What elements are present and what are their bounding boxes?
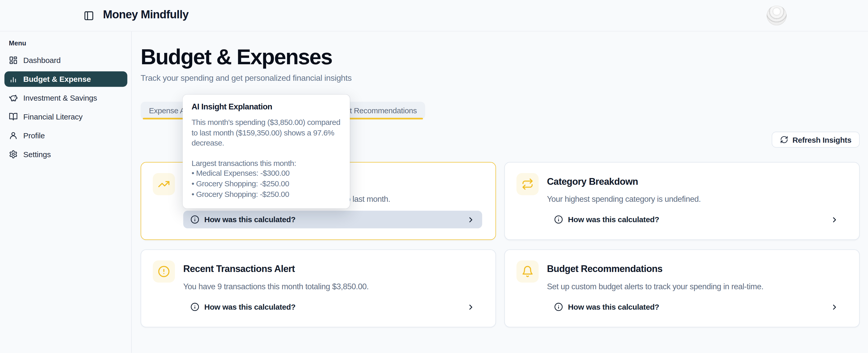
chevron-right-icon [830, 303, 839, 311]
chevron-right-icon [467, 215, 475, 224]
sidebar-item-label: Budget & Expense [23, 75, 91, 83]
tooltip-list-item: • Medical Expenses: -$300.00 [191, 168, 342, 179]
app-title: Money Mindfully [103, 8, 189, 21]
gear-icon [9, 150, 18, 159]
sidebar-menu-label: Menu [9, 39, 127, 47]
repeat-icon [517, 173, 538, 195]
tooltip-list-item: • Grocery Shopping: -$250.00 [191, 189, 342, 199]
how-calculated-label: How was this calculated? [204, 303, 296, 311]
tooltip-list-item: • Grocery Shopping: -$250.00 [191, 179, 342, 189]
card-title: Category Breakdown [547, 176, 846, 187]
refresh-icon [780, 136, 788, 144]
panel-left-icon [84, 10, 94, 21]
card-subtitle: You have 9 transactions this month total… [183, 282, 482, 291]
bar-chart-icon [9, 75, 18, 83]
page-subtitle: Track your spending and get personalized… [141, 73, 868, 82]
how-calculated-link[interactable]: How was this calculated? [183, 298, 482, 316]
book-open-icon [9, 112, 18, 121]
app-root: Money Mindfully Menu Dashboard Budget & … [0, 0, 868, 353]
user-icon [9, 131, 18, 140]
info-icon [554, 215, 563, 224]
sidebar-item-settings[interactable]: Settings [4, 147, 127, 162]
bell-icon [517, 260, 538, 283]
alert-circle-icon [153, 260, 175, 283]
card-title: Recent Transactions Alert [183, 264, 482, 275]
sidebar-item-label: Profile [23, 131, 45, 140]
sidebar-item-investment-savings[interactable]: Investment & Savings [4, 90, 127, 106]
card-body: Recent Transactions Alert You have 9 tra… [183, 260, 482, 327]
ai-insight-tooltip: AI Insight Explanation This month's spen… [183, 95, 350, 208]
refresh-insights-button[interactable]: Refresh Insights [771, 132, 860, 148]
card-subtitle: Set up custom budget alerts to track you… [547, 282, 846, 291]
card-recent-transactions-alert: Recent Transactions Alert You have 9 tra… [141, 249, 496, 327]
sidebar-toggle-button[interactable] [81, 8, 96, 23]
sidebar-nav: Dashboard Budget & Expense Investment & … [4, 52, 127, 162]
sidebar-item-dashboard[interactable]: Dashboard [4, 52, 127, 68]
chevron-right-icon [467, 303, 475, 311]
info-icon [190, 215, 199, 224]
info-icon [554, 303, 563, 311]
how-calculated-link[interactable]: How was this calculated? [547, 298, 846, 316]
card-category-breakdown: Category Breakdown Your highest spending… [504, 162, 860, 240]
sidebar: Menu Dashboard Budget & Expense Investme… [0, 32, 132, 353]
dashboard-icon [9, 56, 18, 65]
card-body: Category Breakdown Your highest spending… [547, 173, 846, 240]
sidebar-item-label: Financial Literacy [23, 112, 83, 121]
sidebar-item-profile[interactable]: Profile [4, 128, 127, 143]
card-subtitle: Your highest spending category is undefi… [547, 195, 846, 203]
piggy-bank-icon [9, 94, 18, 102]
sidebar-item-label: Dashboard [23, 56, 61, 65]
info-icon [190, 303, 199, 311]
how-calculated-label: How was this calculated? [204, 215, 296, 224]
card-title: Budget Recommendations [547, 264, 846, 275]
tooltip-paragraph: This month's spending ($3,850.00) compar… [191, 117, 342, 148]
tooltip-list-header: Largest transactions this month: [191, 158, 342, 168]
how-calculated-link[interactable]: How was this calculated? [547, 211, 846, 228]
card-budget-recommendations: Budget Recommendations Set up custom bud… [504, 249, 860, 327]
sidebar-item-budget-expense[interactable]: Budget & Expense [4, 71, 127, 87]
user-avatar[interactable] [767, 5, 786, 25]
chevron-right-icon [830, 215, 839, 224]
page-title: Budget & Expenses [141, 46, 868, 68]
refresh-insights-label: Refresh Insights [793, 135, 851, 144]
sidebar-item-label: Settings [23, 150, 51, 159]
how-calculated-link[interactable]: How was this calculated? [183, 211, 482, 228]
how-calculated-label: How was this calculated? [568, 215, 659, 224]
tooltip-title: AI Insight Explanation [191, 102, 342, 111]
sidebar-item-label: Investment & Savings [23, 94, 97, 102]
sidebar-item-financial-literacy[interactable]: Financial Literacy [4, 109, 127, 125]
card-body: Budget Recommendations Set up custom bud… [547, 260, 846, 327]
trending-up-icon [153, 173, 175, 195]
how-calculated-label: How was this calculated? [568, 303, 659, 311]
top-header: Money Mindfully [0, 0, 868, 32]
